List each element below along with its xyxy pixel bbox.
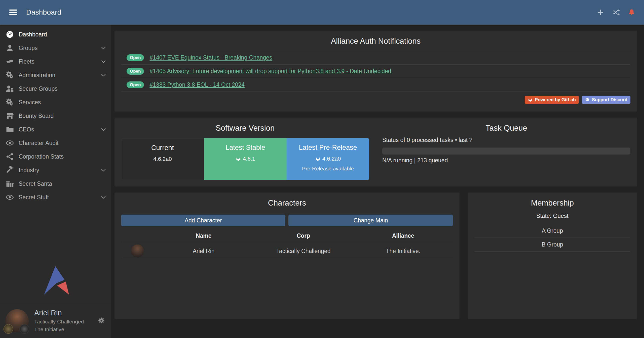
alliance-logo-badge <box>20 324 29 334</box>
sidebar-item-label: Secret Santa <box>19 180 52 187</box>
version-heading: Current <box>121 144 204 152</box>
prerelease-note: Pre-Release available <box>287 166 369 172</box>
sidebar-item-secret-santa[interactable]: Secret Santa <box>0 177 111 190</box>
change-main-button[interactable]: Change Main <box>288 215 453 226</box>
sidebar-item-label: Secret Stuff <box>19 194 49 201</box>
sidebar-item-label: Groups <box>19 45 37 52</box>
hammer-icon <box>6 166 14 174</box>
user-name: Ariel Rin <box>34 308 84 317</box>
badge-label: Support Discord <box>592 97 627 103</box>
chevron-down-icon <box>100 194 107 201</box>
sidebar-item-dashboard[interactable]: Dashboard <box>0 28 111 41</box>
membership-panel: Membership State: Guest A Group B Group <box>468 192 637 319</box>
main-content: Alliance Auth Notifications Open #1407 E… <box>111 25 644 338</box>
discord-icon <box>585 97 590 102</box>
sidebar-item-label: Administration <box>19 72 55 79</box>
version-current-cell: Current 4.6.2a0 <box>121 138 204 180</box>
task-queue-status: Status of 0 processed tasks • last ? <box>382 137 630 143</box>
notification-link[interactable]: #1407 EVE Equinox Status - Breaking Chan… <box>149 54 272 61</box>
sidebar: Dashboard Groups Fleets <box>0 25 111 338</box>
sidebar-item-secure-groups[interactable]: Secure Groups <box>0 82 111 95</box>
gears-icon <box>6 98 14 107</box>
sidebar-item-industry[interactable]: Industry <box>0 163 111 177</box>
sidebar-item-corporation-stats[interactable]: Corporation Stats <box>0 150 111 163</box>
version-number: 4.6.2a0 <box>322 156 341 162</box>
table-row: Ariel Rin Tactically Challenged The Init… <box>121 243 453 259</box>
add-character-button[interactable]: Add Character <box>121 215 285 226</box>
list-item: B Group <box>474 238 630 252</box>
characters-table: Name Corp Alliance Ariel Rin Tactically … <box>121 229 453 259</box>
sidebar-item-services[interactable]: Services <box>0 95 111 109</box>
sidebar-item-bounty-board[interactable]: Bounty Board <box>0 109 111 123</box>
chevron-down-icon <box>100 72 107 78</box>
sidebar-item-label: Bounty Board <box>19 113 54 119</box>
notifications-title: Alliance Auth Notifications <box>115 31 637 46</box>
characters-title: Characters <box>115 192 460 208</box>
status-badge: Open <box>127 81 144 88</box>
list-item: A Group <box>474 224 630 238</box>
character-alliance: The Initiative. <box>353 248 453 255</box>
user-icon <box>6 44 14 52</box>
chevron-down-icon <box>100 58 107 65</box>
add-icon[interactable] <box>597 9 604 16</box>
gears-icon <box>6 71 14 79</box>
membership-groups-list: A Group B Group <box>474 224 630 252</box>
sidebar-item-label: CEOs <box>19 126 34 133</box>
sidebar-item-ceos[interactable]: CEOs <box>0 123 111 136</box>
powered-by-gitlab-badge[interactable]: Powered by GitLab <box>525 96 579 104</box>
software-version-section: Software Version Current 4.6.2a0 Latest … <box>115 118 376 186</box>
version-number: 4.6.2a0 <box>153 156 172 162</box>
sidebar-item-label: Character Audit <box>19 140 59 147</box>
sidebar-item-fleets[interactable]: Fleets <box>0 55 111 68</box>
notification-item: Open #1407 EVE Equinox Status - Breaking… <box>121 51 630 65</box>
corp-logo-badge <box>4 324 13 334</box>
user-alliance: The Initiative. <box>34 326 84 333</box>
sidebar-item-label: Industry <box>19 167 39 174</box>
notification-link[interactable]: #1383 Python 3.8 EOL - 14 Oct 2024 <box>149 81 245 88</box>
page-title: Dashboard <box>26 8 61 16</box>
notifications-panel: Alliance Auth Notifications Open #1407 E… <box>115 31 637 112</box>
folder-icon <box>6 125 14 134</box>
sidebar-item-label: Dashboard <box>19 31 47 38</box>
task-queue-section: Task Queue Status of 0 processed tasks •… <box>376 118 637 186</box>
version-grid: Current 4.6.2a0 Latest Stable 4.6.1 Late… <box>121 138 369 180</box>
share-nodes-icon <box>6 152 14 161</box>
column-header-alliance: Alliance <box>353 232 453 239</box>
avatar <box>6 309 29 332</box>
shuttle-icon <box>6 57 14 66</box>
version-prerelease-cell: Latest Pre-Release 4.6.2a0 Pre-Release a… <box>287 138 369 180</box>
sidebar-item-character-audit[interactable]: Character Audit <box>0 136 111 150</box>
user-lock-icon <box>6 84 14 93</box>
version-heading: Latest Pre-Release <box>287 144 369 152</box>
user-panel: Ariel Rin Tactically Challenged The Init… <box>0 303 111 338</box>
sidebar-item-secret-stuff[interactable]: Secret Stuff <box>0 190 111 204</box>
sidebar-item-label: Fleets <box>19 58 34 65</box>
shuffle-icon[interactable] <box>612 9 620 16</box>
characters-panel: Characters Add Character Change Main Nam… <box>115 192 460 319</box>
notification-link[interactable]: #1405 Advisory: Future development will … <box>149 68 391 75</box>
software-version-title: Software Version <box>121 118 369 133</box>
shop-icon <box>6 112 14 120</box>
gauge-icon <box>6 30 14 39</box>
version-stable-cell: Latest Stable 4.6.1 <box>204 138 287 180</box>
characters-table-header: Name Corp Alliance <box>121 229 453 243</box>
character-corp: Tactically Challenged <box>253 248 353 255</box>
menu-icon[interactable] <box>9 7 19 17</box>
chevron-down-icon <box>100 167 107 173</box>
gitlab-icon <box>528 97 533 102</box>
notifications-bell-icon[interactable] <box>628 9 635 16</box>
sidebar-item-administration[interactable]: Administration <box>0 68 111 82</box>
sidebar-item-label: Secure Groups <box>19 85 58 92</box>
support-discord-badge[interactable]: Support Discord <box>582 96 630 104</box>
software-taskqueue-panel: Software Version Current 4.6.2a0 Latest … <box>115 118 637 186</box>
gear-icon[interactable] <box>98 317 105 324</box>
membership-title: Membership <box>468 192 637 208</box>
notifications-list: Open #1407 EVE Equinox Status - Breaking… <box>121 51 630 92</box>
notification-item: Open #1405 Advisory: Future development … <box>121 65 630 78</box>
sidebar-item-groups[interactable]: Groups <box>0 41 111 55</box>
user-corp: Tactically Challenged <box>34 318 84 325</box>
version-heading: Latest Stable <box>204 144 287 152</box>
character-name: Ariel Rin <box>154 248 253 255</box>
gitlab-icon <box>236 156 241 162</box>
notification-item: Open #1383 Python 3.8 EOL - 14 Oct 2024 <box>121 78 630 92</box>
